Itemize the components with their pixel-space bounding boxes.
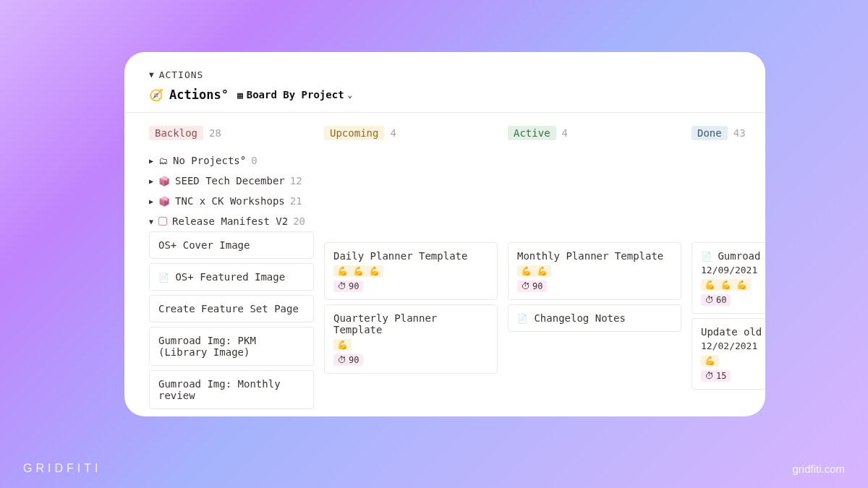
- group-release-manifest[interactable]: ▼ Release Manifest V2 20: [149, 211, 314, 231]
- card-title: Gumroad Img: PKM (Library Image): [158, 335, 256, 358]
- database-header: 🧭 Actions° ▦ Board By Project ⌄: [124, 80, 765, 112]
- card-title: Create Feature Set Page: [158, 303, 299, 314]
- caret-right-icon: ▶: [149, 157, 153, 165]
- card[interactable]: Update old 12/02/2021 💪 ⏱ 15: [692, 318, 765, 390]
- column-count: 43: [733, 127, 746, 139]
- status-badge: Backlog: [149, 126, 203, 140]
- card[interactable]: Gumroad Img: Monthly review: [149, 370, 314, 409]
- group-label: No Projects°: [173, 155, 246, 166]
- group-seed-tech[interactable]: ▶ 📦 SEED Tech December 12: [149, 171, 314, 191]
- page-icon: 📄: [517, 314, 528, 324]
- effort-badge: 💪: [333, 339, 352, 351]
- inbox-icon: 🗂: [158, 155, 168, 166]
- status-badge: Upcoming: [324, 126, 384, 140]
- card[interactable]: Gumroad Img: PKM (Library Image): [149, 327, 314, 366]
- column-header-active[interactable]: Active 4: [508, 123, 681, 143]
- divider: [124, 112, 765, 113]
- group-count: 12: [290, 175, 302, 187]
- page-icon: 📄: [158, 273, 169, 283]
- time-badge: ⏱ 15: [701, 370, 731, 382]
- card-title: OS+ Cover Image: [158, 239, 250, 251]
- status-badge: Active: [508, 126, 556, 140]
- view-selector[interactable]: ▦ Board By Project ⌄: [237, 89, 352, 100]
- time-badge: ⏱ 90: [517, 281, 547, 292]
- group-count: 0: [251, 155, 257, 166]
- column-header-backlog[interactable]: Backlog 28: [149, 123, 314, 143]
- card[interactable]: Quarterly Planner Template 💪 ⏱ 90: [324, 304, 498, 374]
- time-badge: ⏱ 60: [701, 294, 731, 306]
- square-icon: [158, 217, 167, 226]
- group-label: SEED Tech December: [175, 175, 285, 187]
- card-title: Gumroad Img: Monthly review: [158, 378, 281, 401]
- card[interactable]: OS+ Cover Image: [149, 231, 314, 259]
- card[interactable]: Monthly Planner Template 💪 💪 ⏱ 90: [508, 242, 681, 300]
- board-icon: ▦: [237, 90, 243, 100]
- card[interactable]: Create Feature Set Page: [149, 295, 314, 322]
- card[interactable]: 📄 Changelog Notes: [508, 304, 681, 332]
- group-label: Release Manifest V2: [172, 215, 288, 227]
- column-done: Done 43 📄 Gumroad Description 12/09/2021…: [692, 123, 765, 414]
- package-icon: 📦: [158, 196, 170, 207]
- status-badge: Done: [692, 126, 728, 140]
- column-backlog: Backlog 28 ▶ 🗂 No Projects° 0 ▶ 📦 SEED T…: [149, 123, 314, 414]
- card[interactable]: 📄 OS+ Featured Image: [149, 263, 314, 291]
- section-header[interactable]: ▼ ACTIONS: [124, 69, 765, 80]
- group-tnc-workshops[interactable]: ▶ 📦 TNC x CK Workshops 21: [149, 191, 314, 211]
- card-title: Monthly Planner Template: [517, 250, 672, 262]
- card-date: 12/02/2021: [701, 341, 762, 351]
- card-title: Update old: [701, 326, 762, 338]
- app-window: ▼ ACTIONS 🧭 Actions° ▦ Board By Project …: [124, 52, 765, 416]
- column-count: 4: [390, 127, 396, 139]
- caret-right-icon: ▶: [149, 197, 153, 205]
- chevron-down-icon: ⌄: [348, 90, 353, 100]
- column-header-done[interactable]: Done 43: [692, 123, 765, 143]
- column-count: 4: [562, 127, 568, 139]
- group-label: TNC x CK Workshops: [175, 195, 285, 207]
- board: Backlog 28 ▶ 🗂 No Projects° 0 ▶ 📦 SEED T…: [124, 123, 765, 414]
- page-icon: 📄: [701, 252, 712, 262]
- package-icon: 📦: [158, 176, 170, 187]
- section-title: ACTIONS: [159, 69, 204, 80]
- card-title: OS+ Featured Image: [175, 271, 285, 283]
- card[interactable]: 📄 Gumroad Description 12/09/2021 💪 💪 💪 ⏱…: [692, 242, 765, 314]
- card[interactable]: Daily Planner Template 💪 💪 💪 ⏱ 90: [324, 242, 498, 300]
- brand-url: gridfiti.com: [792, 463, 845, 475]
- database-icon: 🧭: [149, 88, 163, 102]
- card-title: Quarterly Planner Template: [333, 312, 488, 335]
- column-active: Active 4 Monthly Planner Template 💪 💪 ⏱ …: [508, 123, 681, 414]
- card-title: Changelog Notes: [534, 312, 625, 324]
- card-title: Daily Planner Template: [333, 250, 488, 262]
- card-title: Gumroad Description: [718, 250, 765, 262]
- effort-badge: 💪: [701, 355, 719, 367]
- time-badge: ⏱ 90: [333, 354, 363, 366]
- time-badge: ⏱ 90: [333, 281, 363, 292]
- view-label: Board By Project: [247, 89, 344, 100]
- brand-watermark: GRIDFITI: [23, 462, 101, 475]
- database-title[interactable]: Actions°: [169, 87, 229, 102]
- group-no-projects[interactable]: ▶ 🗂 No Projects° 0: [149, 150, 314, 171]
- group-count: 20: [293, 215, 305, 227]
- toggle-down-icon[interactable]: ▼: [149, 70, 155, 80]
- effort-badge: 💪 💪 💪: [701, 279, 751, 291]
- effort-badge: 💪 💪 💪: [333, 265, 383, 277]
- caret-down-icon: ▼: [149, 218, 153, 226]
- card-date: 12/09/2021: [701, 265, 762, 275]
- column-header-upcoming[interactable]: Upcoming 4: [324, 123, 498, 143]
- effort-badge: 💪 💪: [517, 265, 551, 277]
- group-count: 21: [290, 195, 302, 207]
- caret-right-icon: ▶: [149, 177, 153, 185]
- column-upcoming: Upcoming 4 Daily Planner Template 💪 💪 💪 …: [324, 123, 498, 414]
- column-count: 28: [209, 127, 221, 139]
